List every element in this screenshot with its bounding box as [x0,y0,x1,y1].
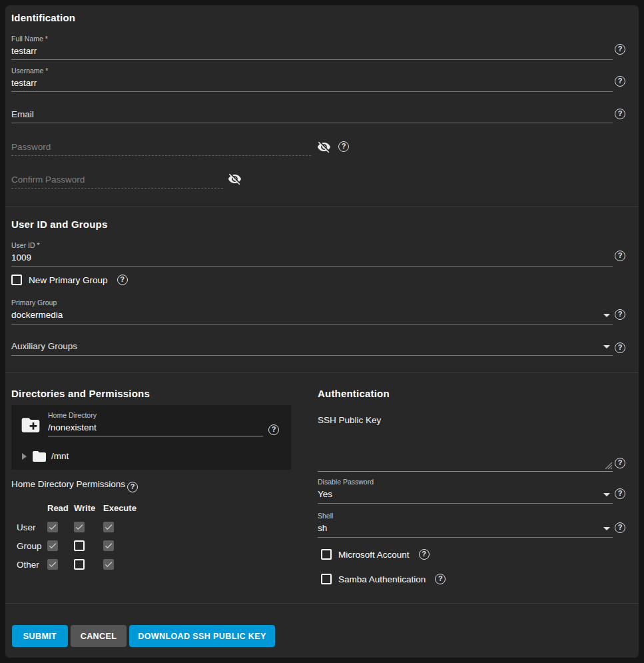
disable-password-dropdown-icon[interactable] [603,493,610,496]
perm-user-read-checkbox[interactable] [47,522,58,532]
shell-value[interactable]: sh [318,521,613,538]
ssh-public-key-textarea[interactable] [318,471,613,472]
section-identification: Identification Full Name * Username * [5,5,639,207]
home-directory-panel: Home Directory /mnt [11,405,291,470]
perm-user-write-checkbox[interactable] [74,522,85,532]
section-title-authentication: Authentication [318,388,390,399]
perm-col-write: Write [74,503,95,513]
full-name-label: Full Name * [11,35,613,44]
section-title-directories: Directories and Permissions [11,388,150,399]
password-input[interactable] [11,140,311,156]
new-primary-group-label: New Primary Group [29,275,108,285]
ssh-public-key-field[interactable]: SSH Public Key [318,415,613,472]
microsoft-account-checkbox[interactable] [321,549,332,560]
footer-actions: SUBMIT CANCEL DOWNLOAD SSH PUBLIC KEY [5,604,639,658]
user-id-field: User ID * [11,241,613,267]
username-input[interactable] [11,76,613,92]
password-help-icon[interactable] [338,141,349,152]
home-directory-permissions-label: Home Directory Permissions [11,479,138,492]
new-primary-group-help-icon[interactable] [117,275,128,285]
cancel-button[interactable]: CANCEL [71,625,127,647]
disable-password-label: Disable Password [318,478,613,487]
create-folder-icon[interactable] [20,414,41,436]
user-id-help-icon[interactable] [615,251,625,261]
primary-group-field[interactable]: Primary Group dockermedia [11,299,613,325]
password-visibility-off-icon[interactable] [317,140,331,154]
new-primary-group-checkbox-row: New Primary Group [11,275,128,285]
confirm-password-input[interactable] [11,173,223,189]
home-directory-label: Home Directory [48,411,263,420]
password-field [11,140,311,156]
email-field [11,107,613,123]
user-id-label: User ID * [11,241,613,251]
shell-label: Shell [318,512,613,521]
full-name-field: Full Name * [11,35,613,60]
home-directory-permissions-help-icon[interactable] [127,482,138,492]
folder-icon [31,448,47,464]
perm-row-other-label: Other [17,560,39,570]
shell-help-icon[interactable] [615,522,625,533]
section-dirs-and-auth: Directories and Permissions Home Directo… [5,374,639,604]
disable-password-value[interactable]: Yes [318,487,613,504]
microsoft-account-help-icon[interactable] [419,549,430,560]
resize-grip-icon[interactable] [603,460,613,470]
auxiliary-groups-dropdown-icon[interactable] [603,345,610,348]
auxiliary-groups-value[interactable]: Auxiliary Groups [11,339,613,356]
perm-group-write-checkbox[interactable] [74,540,85,551]
disable-password-field[interactable]: Disable Password Yes [318,478,613,504]
ssh-public-key-help-icon[interactable] [615,458,625,468]
home-directory-field: Home Directory [48,411,263,436]
full-name-help-icon[interactable] [615,44,625,55]
tree-expand-icon[interactable] [22,453,27,460]
perm-group-read-checkbox[interactable] [47,540,58,551]
samba-authentication-checkbox[interactable] [321,574,332,584]
perm-row-user-label: User [17,522,36,532]
samba-authentication-label: Samba Authentication [338,574,426,584]
tree-node-mnt[interactable]: /mnt [11,446,291,466]
username-field: Username * [11,67,613,92]
primary-group-value[interactable]: dockermedia [11,308,613,325]
username-help-icon[interactable] [615,76,625,87]
user-form-card: Identification Full Name * Username * [5,5,639,658]
home-directory-input[interactable] [48,420,263,436]
full-name-input[interactable] [11,44,613,60]
disable-password-help-icon[interactable] [615,488,625,499]
email-input[interactable] [11,107,613,123]
perm-other-execute-checkbox[interactable] [103,559,114,570]
auxiliary-groups-help-icon[interactable] [615,342,625,353]
section-title-identification: Identification [11,12,75,23]
perm-col-read: Read [47,503,69,513]
tree-node-label: /mnt [51,451,69,461]
primary-group-dropdown-icon[interactable] [603,314,610,317]
perm-row-group-label: Group [17,541,42,551]
perm-user-execute-checkbox[interactable] [103,522,114,532]
home-directory-help-icon[interactable] [268,424,279,435]
perm-col-execute: Execute [103,503,137,513]
confirm-password-visibility-off-icon[interactable] [228,172,242,186]
microsoft-account-checkbox-row: Microsoft Account [321,549,430,560]
microsoft-account-label: Microsoft Account [338,550,410,560]
section-title-groups: User ID and Groups [11,219,107,230]
user-id-input[interactable] [11,251,613,267]
primary-group-help-icon[interactable] [615,309,625,320]
perm-other-read-checkbox[interactable] [47,559,58,570]
download-ssh-public-key-button[interactable]: DOWNLOAD SSH PUBLIC KEY [129,625,275,647]
submit-button[interactable]: SUBMIT [12,625,68,647]
samba-authentication-checkbox-row: Samba Authentication [321,574,446,584]
shell-dropdown-icon[interactable] [603,527,610,530]
confirm-password-field [11,173,223,189]
perm-other-write-checkbox[interactable] [74,559,85,570]
auxiliary-groups-field[interactable]: Auxiliary Groups [11,339,613,356]
username-label: Username * [11,67,613,76]
shell-field[interactable]: Shell sh [318,512,613,538]
samba-authentication-help-icon[interactable] [435,574,446,584]
ssh-public-key-label: SSH Public Key [318,415,613,425]
perm-group-execute-checkbox[interactable] [103,540,114,551]
section-user-id-and-groups: User ID and Groups User ID * New Primary… [5,208,639,373]
primary-group-label: Primary Group [11,299,613,308]
new-primary-group-checkbox[interactable] [11,275,22,285]
email-help-icon[interactable] [615,109,625,119]
